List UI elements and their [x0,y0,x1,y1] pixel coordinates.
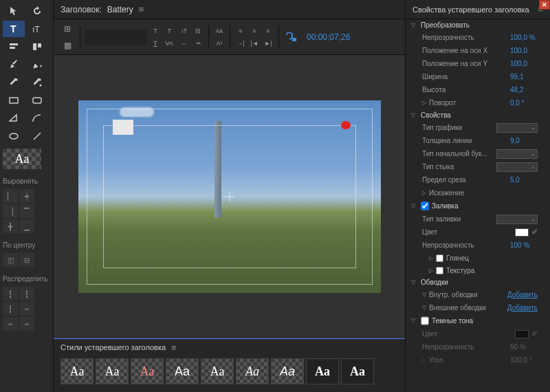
line-tool[interactable] [26,128,48,144]
styles-panel-menu[interactable]: ≡ [171,342,177,353]
selection-tool[interactable] [3,3,25,19]
style-swatch[interactable]: Aa [341,358,374,384]
area-type-tool[interactable] [3,39,25,55]
distribute-v-bottom[interactable]: ┅ [19,317,34,331]
prop-shadowangle-value[interactable]: 100,0 ° [510,356,538,364]
style-swatch[interactable]: Aa [166,358,199,384]
eyedropper-fill-tool[interactable] [26,74,48,91]
align-right-icon[interactable]: ≡ [262,25,274,36]
style-swatch[interactable]: Aa [236,358,269,384]
group-fill-header[interactable]: ▽Заливка [406,199,550,213]
distribute-h-right[interactable]: ┇ [3,302,18,316]
group-transform-header[interactable]: ▽Преобразовать [406,19,550,31]
prop-outerstroke-label[interactable]: Внешние обводки [429,304,507,312]
vertical-type-tool[interactable]: ıT [26,21,48,37]
templates-icon[interactable]: ⊞ [59,21,76,36]
eyedropper-tool[interactable] [3,74,25,91]
style-swatch[interactable]: Aa [60,358,94,384]
add-inner-stroke-link[interactable]: Добавить [507,291,538,298]
prop-miter-value[interactable]: 5,0 [510,176,538,184]
style-swatch[interactable]: Aa [201,358,234,384]
underline-toggle[interactable]: T [149,38,162,49]
prop-opacity-value[interactable]: 100,0 % [510,34,538,41]
superscript-icon[interactable]: A¹ [213,38,226,49]
style-swatch[interactable]: Aa [131,358,164,384]
video-preview-icon[interactable] [283,30,300,45]
bold-toggle[interactable]: T [149,25,162,36]
prop-posx-value[interactable]: 100,0 [510,47,538,54]
align-left-icon[interactable]: ≡ [234,25,247,36]
align-v-top[interactable]: ▔ [19,204,34,218]
font-dropdown[interactable] [85,30,146,45]
rounded-rectangle-tool[interactable] [26,92,48,109]
smallcaps-icon[interactable]: Aᴀ [213,25,226,36]
align-v-middle[interactable]: ╋ [3,219,18,233]
kerning-icon[interactable]: VA [163,38,175,49]
group-strokes-header[interactable]: ▽Обводки [406,276,550,288]
rectangle-tool[interactable] [3,92,25,109]
fill-enabled-checkbox[interactable] [421,202,429,210]
prop-fillcolor-swatch[interactable] [515,228,529,237]
baseline-icon[interactable]: ━ [192,38,204,49]
prop-rotation-label[interactable]: Поворот [429,99,510,107]
eyedropper-icon[interactable]: ✐ [531,228,538,237]
prop-rotation-value[interactable]: 0,0 ° [510,99,538,107]
style-swatch[interactable]: Aa [96,358,129,384]
align-h-center[interactable]: ┿ [19,189,34,203]
center-vertical[interactable]: ⊟ [19,253,34,267]
prop-height-value[interactable]: 48,2 [510,86,538,94]
red-marker[interactable] [341,121,351,129]
prop-fillopacity-value[interactable]: 100 % [510,241,538,249]
group-shadow-header[interactable]: ▽Темные тона [406,314,550,327]
grid-icon[interactable]: ▦ [59,38,76,53]
pen-tool[interactable] [3,56,25,73]
tab-icon[interactable]: →| [234,38,247,49]
out-point-icon[interactable]: ►| [262,38,274,49]
prop-width-value[interactable]: 99,1 [510,73,538,80]
logo-graphic[interactable] [113,120,133,135]
prop-captype-dropdown[interactable]: ⌄ [496,149,538,159]
distribute-v-center[interactable]: ┅ [3,317,18,331]
size-icon[interactable]: ıT [178,25,190,36]
prop-innerstroke-label[interactable]: Внутр. обводки [429,291,507,298]
prop-jointype-dropdown[interactable]: ⌄ [496,162,538,172]
add-outer-stroke-link[interactable]: Добавить [507,304,538,312]
type-tool[interactable]: T [3,21,25,37]
style-swatch[interactable]: Aa [271,358,304,384]
prop-graphictype-dropdown[interactable]: ⌄ [496,123,538,133]
shadow-enabled-checkbox[interactable] [421,316,429,325]
align-center-icon[interactable]: ≡ [248,25,261,36]
align-h-right[interactable]: ▕ [3,204,18,218]
prop-filltype-dropdown[interactable]: ⌄ [496,215,538,224]
group-properties-header[interactable]: ▽Свойства [406,109,550,121]
timecode-display[interactable]: 00;00;07;26 [307,32,350,42]
distribute-h-center[interactable]: ┇ [19,287,34,301]
distribute-h-left[interactable]: ┇ [3,287,18,301]
title-canvas[interactable] [78,100,381,293]
texture-checkbox[interactable] [436,267,443,274]
align-v-bottom[interactable]: ▁ [19,219,34,233]
distribute-v-top[interactable]: ┅ [19,302,34,316]
prop-shadowcolor-swatch[interactable] [515,330,529,338]
panel-menu-button[interactable]: ≡ [139,4,144,14]
prop-shadowopacity-value[interactable]: 50 % [510,343,538,351]
center-horizontal[interactable]: ◫ [3,253,18,267]
window-close-button[interactable]: ✕ [539,0,550,10]
prop-linewidth-value[interactable]: 9,0 [510,137,538,144]
arc-tool[interactable] [26,110,48,127]
gloss-checkbox[interactable] [436,254,443,262]
path-type-tool[interactable] [26,39,48,55]
italic-toggle[interactable]: T [163,25,175,36]
wedge-tool[interactable] [3,110,25,127]
rotate-tool[interactable] [26,3,48,19]
align-h-left[interactable]: ▏ [3,189,18,203]
ellipse-tool[interactable] [3,128,25,144]
in-point-icon[interactable]: |◄ [248,38,261,49]
leading-icon[interactable]: ⊟ [192,25,204,36]
prop-posy-value[interactable]: 100,0 [510,60,538,67]
add-anchor-tool[interactable] [26,56,48,73]
tracking-icon[interactable]: ↔ [178,38,190,49]
eyedropper-icon[interactable]: ✐ [531,329,538,338]
prop-distort-label[interactable]: Искажение [429,189,538,197]
style-swatch[interactable]: Aa [306,358,339,384]
